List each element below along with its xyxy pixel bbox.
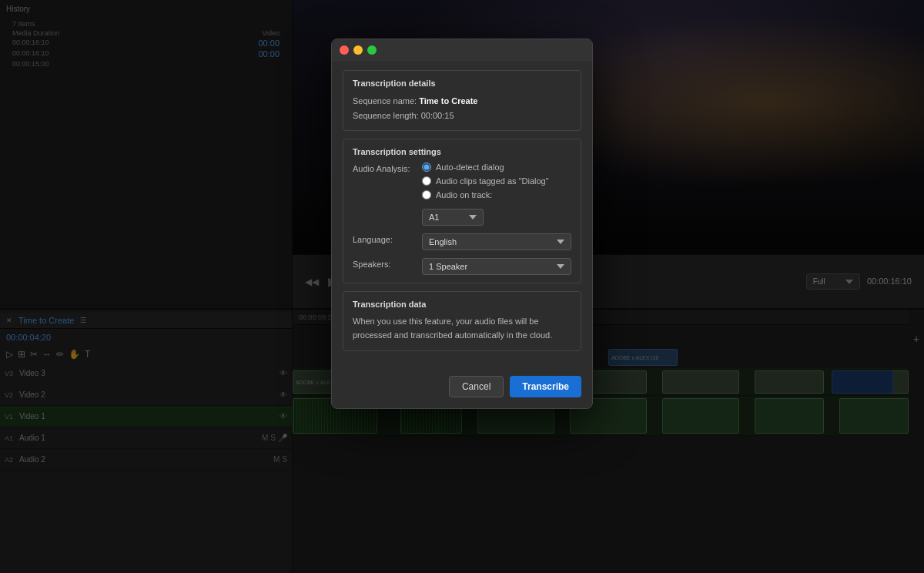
- radio-tagged-clips[interactable]: Audio clips tagged as "Dialog": [422, 176, 571, 186]
- radio-track-label: Audio on track:: [436, 190, 492, 199]
- transcription-dialog: Transcription details Sequence name: Tim…: [331, 39, 593, 409]
- audio-track-select-row: A1: [422, 209, 571, 226]
- maximize-button[interactable]: [367, 45, 377, 55]
- data-title: Transcription data: [353, 300, 571, 309]
- audio-analysis-row: Audio Analysis: Auto-detect dialog: [353, 163, 571, 226]
- dialog-titlebar: [332, 39, 592, 61]
- sequence-length-label: Sequence length:: [353, 111, 419, 120]
- dialog-footer: Cancel Transcribe: [332, 368, 592, 408]
- close-button[interactable]: [340, 45, 349, 55]
- radio-group: Auto-detect dialog Audio clips tagged as…: [422, 163, 571, 226]
- sequence-length-value: 00:00:15: [421, 111, 454, 120]
- settings-grid: Audio Analysis: Auto-detect dialog: [353, 163, 571, 275]
- speakers-row: Speakers: 1 Speaker 2 Speakers 3 Speaker…: [353, 258, 571, 275]
- sequence-length-row: Sequence length: 00:00:15: [353, 109, 571, 123]
- radio-track-input[interactable]: [422, 190, 431, 199]
- minimize-button[interactable]: [353, 45, 363, 55]
- radio-audio-track[interactable]: Audio on track:: [422, 190, 571, 199]
- sequence-name-label: Sequence name:: [353, 96, 417, 106]
- language-row: Language: English Spanish French German: [353, 233, 571, 250]
- radio-tagged-input[interactable]: [422, 176, 431, 186]
- data-description: When you use this feature, your audio fi…: [353, 315, 571, 342]
- speakers-label: Speakers:: [353, 258, 414, 269]
- language-label: Language:: [353, 233, 414, 244]
- radio-tagged-label: Audio clips tagged as "Dialog": [436, 176, 549, 186]
- radio-auto-detect-input[interactable]: [422, 163, 431, 172]
- dialog-body: Transcription details Sequence name: Tim…: [332, 61, 592, 368]
- audio-analysis-label: Audio Analysis:: [353, 163, 414, 173]
- audio-track-dropdown[interactable]: A1: [422, 209, 484, 226]
- settings-title: Transcription settings: [353, 147, 571, 156]
- audio-analysis-control: Auto-detect dialog Audio clips tagged as…: [422, 163, 571, 226]
- transcription-data-section: Transcription data When you use this fea…: [343, 291, 581, 350]
- radio-auto-detect-label: Auto-detect dialog: [436, 163, 504, 172]
- radio-auto-detect[interactable]: Auto-detect dialog: [422, 163, 571, 172]
- speakers-control: 1 Speaker 2 Speakers 3 Speakers: [422, 258, 571, 275]
- sequence-info: Sequence name: Time to Create Sequence l…: [353, 94, 571, 122]
- language-control: English Spanish French German: [422, 233, 571, 250]
- app-container: History 7 Items Media Duration Video 00:…: [0, 0, 924, 573]
- transcription-details-section: Transcription details Sequence name: Tim…: [343, 70, 581, 131]
- cancel-button[interactable]: Cancel: [449, 376, 504, 397]
- details-title: Transcription details: [353, 79, 571, 88]
- transcribe-button[interactable]: Transcribe: [510, 376, 581, 397]
- dialog-overlay: Transcription details Sequence name: Tim…: [0, 0, 924, 573]
- sequence-name-row: Sequence name: Time to Create: [353, 94, 571, 109]
- sequence-name-value: Time to Create: [419, 96, 477, 106]
- speakers-dropdown[interactable]: 1 Speaker 2 Speakers 3 Speakers: [422, 258, 571, 275]
- transcription-settings-section: Transcription settings Audio Analysis: A…: [343, 139, 581, 283]
- language-dropdown[interactable]: English Spanish French German: [422, 233, 571, 250]
